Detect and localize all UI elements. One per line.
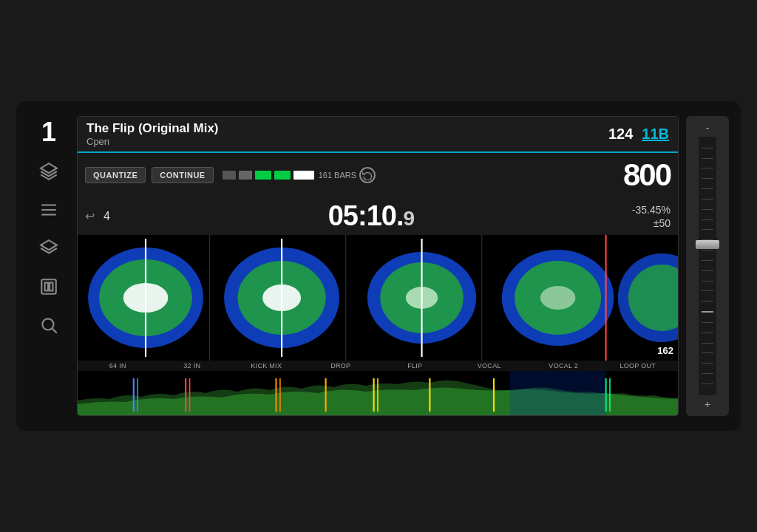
- track-artist: Cpen: [86, 136, 219, 147]
- sidebar: 1: [28, 116, 69, 416]
- waveform-svg: [78, 235, 678, 361]
- loop-bars-display: 161 BARS: [223, 167, 617, 183]
- svg-rect-7: [45, 283, 48, 291]
- svg-marker-0: [41, 163, 57, 173]
- loop-icon[interactable]: ↩: [85, 209, 95, 223]
- cue-section: 64 IN 32 IN KICK MIX DROP FLIP VOCAL VOC…: [78, 361, 678, 371]
- svg-rect-47: [510, 371, 606, 415]
- playlist-icon[interactable]: [36, 197, 61, 222]
- fader-grid: [699, 137, 716, 395]
- player-main: The Flip (Original Mix) Cpen 124 11B QUA…: [77, 116, 679, 416]
- key-value: 11B: [642, 126, 669, 143]
- time-display: 05:10.9: [119, 200, 623, 232]
- bpm-key: 124 11B: [608, 126, 669, 143]
- effects-icon[interactable]: [36, 236, 61, 261]
- continue-button[interactable]: CONTINUE: [152, 167, 213, 183]
- cue-labels: 64 IN 32 IN KICK MIX DROP FLIP VOCAL VOC…: [78, 362, 678, 369]
- mini-waveform-svg: [78, 371, 678, 415]
- cue-label-vocal2: VOCAL 2: [526, 362, 601, 369]
- fader-panel: -: [686, 116, 729, 416]
- fader-plus[interactable]: +: [705, 398, 710, 410]
- deck-number: 1: [41, 119, 56, 146]
- cue-number: 162: [657, 345, 673, 356]
- cue-label-drop: DROP: [304, 362, 378, 369]
- bpm-large-display: 800: [623, 157, 671, 193]
- cue-label-vocal: VOCAL: [452, 362, 527, 369]
- cue-label-64in: 64 IN: [81, 362, 155, 369]
- svg-point-9: [42, 318, 53, 330]
- top-bar: The Flip (Original Mix) Cpen 124 11B: [78, 117, 678, 153]
- beat-count: 4: [103, 210, 110, 223]
- pitch-info: -35.45% ±50: [632, 204, 671, 229]
- cue-label-32in: 32 IN: [155, 362, 230, 369]
- fader-minus[interactable]: -: [706, 122, 710, 134]
- fader-track[interactable]: [699, 137, 716, 395]
- pitch-percent: -35.45%: [632, 204, 671, 216]
- sync-icon[interactable]: [359, 167, 376, 183]
- cue-label-kickmix: KICK MIX: [229, 362, 304, 369]
- media-icon[interactable]: [36, 274, 61, 299]
- fader-knob[interactable]: [696, 240, 719, 249]
- cue-label-flip: FLIP: [378, 362, 452, 369]
- pitch-range: ±50: [654, 217, 671, 229]
- playhead-bar: ↩ 4 05:10.9 -35.45% ±50: [78, 197, 678, 235]
- track-info: The Flip (Original Mix) Cpen: [86, 121, 219, 147]
- mini-waveform[interactable]: [78, 371, 678, 415]
- svg-rect-8: [50, 283, 52, 291]
- bpm-value: 124: [608, 126, 633, 143]
- bars-label: 161 BARS: [319, 171, 356, 180]
- controls-bar: QUANTIZE CONTINUE 161 BARS 800: [78, 153, 678, 197]
- track-title: The Flip (Original Mix): [86, 121, 219, 136]
- quantize-button[interactable]: QUANTIZE: [85, 167, 146, 183]
- svg-point-29: [540, 286, 576, 310]
- waveform-container[interactable]: 162: [78, 235, 678, 361]
- search-icon[interactable]: [36, 313, 61, 338]
- svg-marker-5: [41, 240, 57, 250]
- cue-label-loopout: LOOP OUT: [601, 362, 676, 369]
- layers-icon[interactable]: [36, 159, 61, 184]
- svg-line-10: [52, 329, 57, 333]
